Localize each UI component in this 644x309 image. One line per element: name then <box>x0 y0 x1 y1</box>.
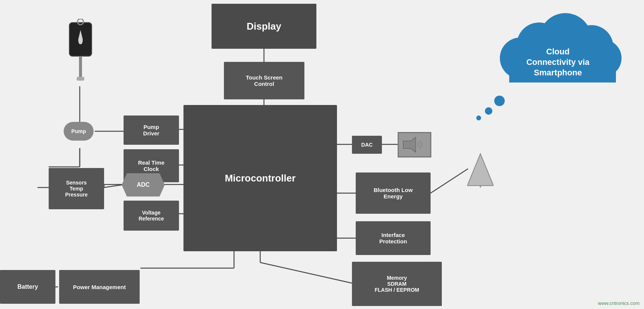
display-block: Display <box>212 4 316 49</box>
interface-protection-block: InterfaceProtection <box>356 221 431 255</box>
memory-block: MemorySDRAMFLASH / EEPROM <box>352 262 442 306</box>
battery-block: Battery <box>0 270 55 304</box>
svg-line-9 <box>104 184 124 188</box>
sensors-block: SensorsTempPressure <box>49 168 104 209</box>
cloud-dot-2 <box>485 107 492 115</box>
pump-driver-block: PumpDriver <box>124 116 179 145</box>
speaker-icon <box>398 132 431 158</box>
watermark: www.cntronics.com <box>598 300 640 306</box>
svg-line-20 <box>260 262 352 283</box>
cloud-dot-1 <box>494 96 505 106</box>
svg-text:Cloud: Cloud <box>546 47 569 56</box>
voltage-reference-block: VoltageReference <box>124 201 179 231</box>
power-management-block: Power Management <box>59 270 140 304</box>
svg-marker-31 <box>403 137 416 152</box>
svg-line-8 <box>104 184 124 188</box>
adc-block: ADC <box>122 173 165 196</box>
diagram: Pump Display Touch ScreenControl Microco… <box>0 0 644 309</box>
antenna-icon <box>467 150 493 188</box>
cloud-dot-3 <box>476 116 481 120</box>
svg-text:Connectivity via: Connectivity via <box>526 57 590 67</box>
pump-circle: Pump <box>64 122 94 141</box>
svg-marker-32 <box>467 154 493 186</box>
ble-block: Bluetooth LowEnergy <box>356 172 431 214</box>
svg-line-18 <box>431 169 468 193</box>
svg-text:Smartphone: Smartphone <box>534 68 582 77</box>
iv-bag <box>62 19 99 86</box>
svg-rect-29 <box>79 56 82 79</box>
cloud-shape: Cloud Connectivity via Smartphone <box>490 6 625 88</box>
touch-screen-block: Touch ScreenControl <box>224 62 304 99</box>
dac-block: DAC <box>352 136 382 154</box>
microcontroller-block: Microcontroller <box>183 105 337 251</box>
svg-rect-30 <box>77 77 84 81</box>
